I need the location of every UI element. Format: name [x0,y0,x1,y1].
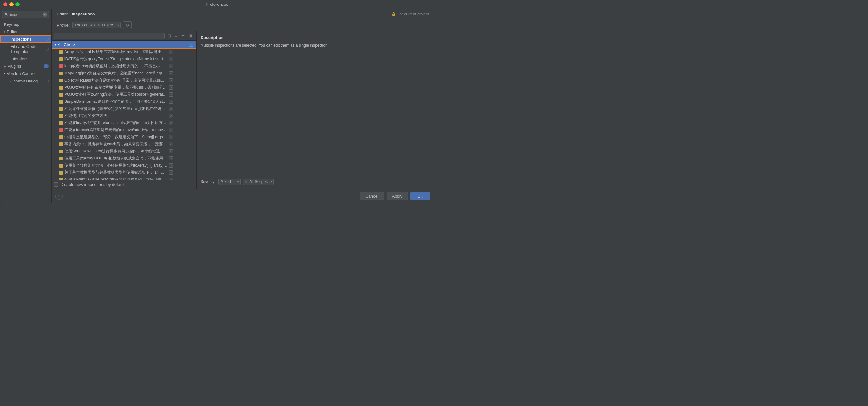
severity-select-wrapper[interactable]: Mixed Error Warning Info [218,178,241,185]
profile-select-wrapper[interactable]: Project Default Project [72,22,121,28]
preferences-window: Preferences 🔍 insp ✕ Keymap ▾ Editor Ins… [0,0,434,203]
minimize-button[interactable] [9,2,13,6]
item-checkbox[interactable] [169,71,173,75]
close-button[interactable] [3,2,7,6]
item-checkbox[interactable] [169,156,173,161]
for-project-label: 🔒 For current project [392,12,429,16]
tree-item[interactable]: POJO类中的任何布尔类型的变量，都不要加is，否则部分框架解析会引起 [52,84,196,91]
tree-item[interactable]: 不要在foreach循环里进行元素的remove/add操作，remove元素请… [52,127,196,134]
triangle-icon: ▶ [4,65,6,68]
sidebar-item-keymap[interactable]: Keymap [0,21,51,28]
sidebar-copy-icon-3: ⊡ [46,79,49,83]
search-clear-button[interactable]: ✕ [42,12,47,17]
sidebar-item-label: Intentions [10,57,28,61]
severity-color [59,64,63,68]
sidebar-item-label: Editor [7,29,18,34]
tree-area: ▾ Ali-Check ArrayList的subList结果不可强转成Arra… [52,41,196,180]
severity-color [59,149,63,154]
item-checkbox[interactable] [169,64,173,68]
severity-color [59,107,63,111]
tree-item[interactable]: 创建线程或线程池时请指定有意义的线程名称，方便出错时回溯。创建线程 www.j3… [52,176,196,180]
inspections-toolbar: ⊟ ≡ ⇌ ▣ [52,31,196,41]
item-checkbox[interactable] [169,100,173,104]
scope-select[interactable]: In All Scopes [243,178,274,185]
tree-item[interactable]: 不能使用过时的类或方法。 [52,112,196,120]
item-checkbox[interactable] [169,177,173,180]
item-checkbox[interactable] [169,121,173,125]
sidebar-item-label: Inspections [10,37,32,41]
tree-item[interactable]: 不允许任何魔法值（即未经定义的常量）直接出现在代码中。 [52,105,196,112]
sidebar-item-intentions[interactable]: Intentions [0,55,51,63]
tree-item[interactable]: 关于基本数据类型与包装数据类型的使用标准如下： 1）所有的POJO类 [52,169,196,176]
item-text: 不允许任何魔法值（即未经定义的常量）直接出现在代码中。 [64,106,168,111]
item-checkbox[interactable] [169,57,173,61]
maximize-button[interactable] [16,2,20,6]
sidebar-item-editor[interactable]: ▾ Editor [0,28,51,35]
severity-color [59,57,63,61]
item-checkbox[interactable] [169,93,173,97]
item-checkbox[interactable] [169,114,173,118]
description-text: Multiple inspections are selected. You c… [200,42,430,49]
window-controls [3,2,20,6]
right-panel: Editor › Inspections 🔒 For current proje… [52,9,434,203]
severity-color [59,100,63,104]
apply-button[interactable]: Apply [386,192,408,200]
item-checkbox[interactable] [169,149,173,154]
scope-select-wrapper[interactable]: In All Scopes [243,178,274,185]
tree-item[interactable]: POJO类必须写toString方法。使用工具类source> generate… [52,91,196,98]
tree-item[interactable]: 中括号是数组类型的一部分，数组定义如下：String[] args [52,134,196,141]
item-checkbox[interactable] [169,128,173,132]
severity-row: Severity: Mixed Error Warning Info I [200,176,430,185]
inspections-search-input[interactable] [54,33,165,39]
group-checkbox[interactable] [189,42,193,47]
collapse-all-button[interactable]: ⇌ [180,33,186,39]
group-button[interactable]: ▣ [187,33,194,39]
help-button[interactable]: ? [56,193,63,200]
item-checkbox[interactable] [169,50,173,54]
tree-item[interactable]: SimpleDateFormat 是线程不安全的类，一般不要定义为static变… [52,98,196,105]
sidebar-search-box[interactable]: 🔍 insp ✕ [2,11,49,18]
item-checkbox[interactable] [169,78,173,82]
ok-button[interactable]: OK [410,192,430,200]
item-checkbox[interactable] [169,86,173,90]
item-checkbox[interactable] [169,107,173,111]
item-checkbox[interactable] [169,170,173,175]
item-text: iBATIS自带的queryForList(String statementNa… [64,57,168,62]
tree-item[interactable]: 使用CountDownLatch进行异步转同步操作，每个线程退出前必须调用cou [52,148,196,155]
tree-item[interactable]: Object的equals方法容易抛空指针异常，应使用常量或确定有值的对象来 [52,77,196,84]
disable-checkbox[interactable] [54,182,58,187]
inspections-tree[interactable]: ▾ Ali-Check ArrayList的subList结果不可强转成Arra… [52,41,196,180]
gear-button[interactable]: ⚙ [123,21,131,29]
sidebar-item-file-code-templates[interactable]: File and Code Templates ⊡ [0,43,51,55]
item-text: 使用CountDownLatch进行异步转同步操作，每个线程退出前必须调用cou [64,148,168,154]
plugins-badge: 1 [43,64,49,68]
severity-color [59,164,63,168]
tree-item[interactable]: 使用工具类Arrays.asList()把数组转换成集合时，不能使用其修改集合相… [52,155,196,162]
item-text: 不能在finally块中使用return，finally块中的return返回后… [64,120,168,126]
sidebar-item-plugins[interactable]: ▶ Plugins 1 [0,63,51,70]
severity-select[interactable]: Mixed Error Warning Info [218,178,241,185]
sidebar-item-version-control[interactable]: ▾ Version Control [0,70,51,77]
tree-item[interactable]: iBATIS自带的queryForList(String statementNa… [52,56,196,63]
tree-item[interactable]: Map/Set的key为自定义对象时，必须重写hashCode和equals。 [52,70,196,77]
ali-check-group-header[interactable]: ▾ Ali-Check [52,41,196,49]
lock-icon: 🔒 [392,12,396,16]
severity-color [59,135,63,139]
filter-button[interactable]: ⊟ [166,33,172,39]
item-checkbox[interactable] [169,163,173,168]
sidebar-item-inspections[interactable]: Inspections ⊡ [0,35,51,43]
profile-select[interactable]: Project Default Project [72,22,121,28]
tree-item[interactable]: 事务场景中，抛出异常被catch后，如果需要回滚，一定要手动回滚事务。 [52,141,196,148]
sidebar-item-commit-dialog[interactable]: Commit Dialog ⊡ [0,77,51,85]
item-checkbox[interactable] [169,135,173,139]
sidebar-item-label: Plugins [7,64,21,69]
expand-all-button[interactable]: ≡ [174,33,179,39]
tree-item[interactable]: 不能在finally块中使用return，finally块中的return返回后… [52,120,196,127]
tree-item[interactable]: long或者Long初始赋值时，必须使用大写的L，不能是小写的l，小写容易 [52,63,196,70]
tree-item[interactable]: ArrayList的subList结果不可强转成ArrayList，否则会抛出C… [52,49,196,56]
cancel-button[interactable]: Cancel [360,192,384,200]
tree-item[interactable]: 使用集合转数组的方法，必须使用集合的toArray(T[] array)，传入的… [52,162,196,169]
item-checkbox[interactable] [169,142,173,146]
bottom-bar: ? Cancel Apply OK [52,189,434,203]
sidebar-search-input[interactable]: insp [10,12,41,17]
